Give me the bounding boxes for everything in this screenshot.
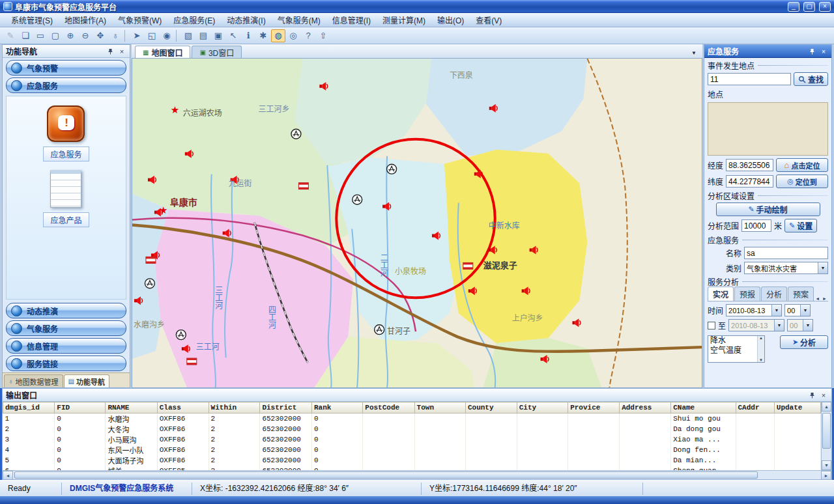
table-row[interactable]: 30小马厩沟OXFF8626523020000Xiao ma ...: [3, 434, 821, 445]
identify-info-icon[interactable]: ℹ: [241, 29, 255, 42]
column-header-RNAME[interactable]: RNAME: [106, 402, 157, 413]
column-header-Rank[interactable]: Rank: [311, 402, 362, 413]
menu-item-1[interactable]: 地图操作(A): [59, 12, 112, 27]
previous-view-icon[interactable]: ➤: [130, 29, 144, 42]
menu-item-3[interactable]: 应急服务(E): [167, 12, 221, 27]
table-row[interactable]: 20大冬沟OXFF8626523020000Da dong gou: [3, 424, 821, 434]
settings-gear-icon[interactable]: ✱: [256, 29, 270, 42]
column-header-Class[interactable]: Class: [157, 402, 208, 413]
menu-item-2[interactable]: 气象预警(W): [112, 12, 167, 27]
map-viewport[interactable]: ★★下西泉六运湖农场三工河乡九运街阜康市中新水库滋泥泉子小泉牧场上户沟乡甘河子三…: [132, 59, 702, 388]
flag-icon[interactable]: [298, 183, 308, 189]
menu-item-7[interactable]: 测量计算(M): [377, 12, 431, 27]
table-row[interactable]: 60城关OXFF8526523020000Cheng guan: [3, 466, 821, 470]
click-locate-button[interactable]: ⌂点击定位: [776, 158, 828, 172]
table-row[interactable]: 10水磨沟OXFF8626523020000Shui mo gou: [3, 413, 821, 425]
visibility-eye-icon[interactable]: ◎: [286, 29, 300, 42]
help-icon[interactable]: ?: [301, 29, 315, 42]
start-hour-select[interactable]: 00▼: [784, 304, 811, 316]
save-image-icon[interactable]: ▧: [181, 29, 195, 42]
menu-item-6[interactable]: 信息管理(I): [326, 12, 377, 27]
column-header-Address[interactable]: Address: [620, 402, 671, 413]
nav-item-服务链接[interactable]: 服务链接: [6, 356, 126, 371]
scroll-down-icon[interactable]: ▼: [758, 358, 764, 362]
horizontal-scrollbar[interactable]: ◄ ►: [3, 470, 831, 479]
minimize-button[interactable]: _: [788, 2, 799, 12]
search-button[interactable]: 查找: [794, 72, 828, 86]
end-date-select[interactable]: 2010-08-13▼: [728, 319, 784, 331]
select-rect-icon[interactable]: ▭: [33, 29, 48, 42]
station-icon[interactable]: [145, 279, 154, 288]
pin-icon[interactable]: [807, 391, 816, 400]
menu-item-4[interactable]: 动态推演(I): [221, 12, 271, 27]
scrollbar-thumb[interactable]: [822, 413, 831, 449]
station-icon[interactable]: [291, 129, 301, 139]
tab-scroll-left-icon[interactable]: ◄: [814, 296, 821, 301]
column-header-CName[interactable]: CName: [671, 402, 736, 413]
service-tab-预案[interactable]: 预案: [788, 287, 814, 301]
select-arrow-icon[interactable]: ↖: [226, 29, 240, 42]
menu-item-9[interactable]: 查看(V): [470, 12, 508, 27]
pin-icon[interactable]: [106, 47, 115, 56]
service-name-input[interactable]: [744, 247, 828, 259]
service-tab-分析[interactable]: 分析: [761, 287, 787, 301]
column-header-FID[interactable]: FID: [55, 402, 106, 413]
map-tab-地图窗口[interactable]: ▦地图窗口: [135, 46, 190, 58]
map-tab-3D窗口[interactable]: ▣3D窗口: [192, 46, 242, 58]
list-item[interactable]: 降水: [708, 336, 757, 346]
print-icon[interactable]: ▣: [211, 29, 225, 42]
close-button[interactable]: ×: [819, 2, 831, 12]
station-icon[interactable]: [375, 325, 384, 335]
pan-hand-icon[interactable]: ✥: [93, 29, 108, 42]
menu-item-5[interactable]: 气象服务(M): [272, 12, 326, 27]
location-result-box[interactable]: [708, 102, 828, 156]
column-header-County[interactable]: County: [465, 402, 517, 413]
scroll-left-icon[interactable]: ◄: [3, 471, 13, 480]
scroll-right-icon[interactable]: ►: [821, 471, 831, 480]
nav-item-应急服务[interactable]: 应急服务: [6, 77, 126, 93]
nav-item-气象预警[interactable]: 气象预警: [6, 60, 126, 76]
start-date-select[interactable]: 2010-08-13▼: [726, 304, 782, 316]
layout-view-icon[interactable]: ▤: [196, 29, 210, 42]
nav-tab-功能导航[interactable]: ▤功能导航: [64, 374, 109, 387]
table-row[interactable]: 40东风一小队OXFF8626523020000Dong fen...: [3, 445, 821, 455]
service-tab-实况[interactable]: 实况: [708, 287, 734, 301]
zoom-in-icon[interactable]: ⊕: [63, 29, 78, 42]
close-panel-icon[interactable]: ×: [819, 391, 828, 400]
service-type-select[interactable]: 气象和洪水灾害▼: [744, 262, 828, 274]
manual-draw-button[interactable]: ✎手动绘制: [716, 203, 820, 216]
column-header-dmgis_id[interactable]: dmgis_id: [3, 402, 55, 413]
pin-icon[interactable]: [807, 47, 816, 56]
column-header-Update[interactable]: Update: [774, 402, 820, 413]
column-header-CAddr[interactable]: CAddr: [736, 402, 774, 413]
event-location-input[interactable]: [708, 73, 791, 85]
magnify-page-icon[interactable]: ◉: [160, 29, 174, 42]
emergency-service-button[interactable]: 应急服务: [43, 105, 89, 161]
flag-icon[interactable]: [146, 257, 156, 263]
tab-scroll-right-icon[interactable]: ►: [821, 296, 828, 301]
table-row[interactable]: 50大面场子沟OXFF8626523020000Da mian...: [3, 455, 821, 466]
end-hour-select[interactable]: 00▼: [787, 319, 813, 331]
column-header-Within[interactable]: Within: [208, 402, 260, 413]
locate-to-button[interactable]: ◎定位到: [776, 175, 828, 188]
tab-dropdown-icon[interactable]: ▼: [689, 50, 698, 56]
element-listbox[interactable]: 降水空气温度 ▲ ▼: [708, 335, 765, 363]
nav-tab-地图数据管理[interactable]: ♁地图数据管理: [4, 374, 63, 387]
clear-selection-icon[interactable]: ▢: [48, 29, 63, 42]
globe-locate-icon[interactable]: ◍: [271, 29, 285, 42]
nav-item-动态推演[interactable]: 动态推演: [6, 303, 126, 318]
restore-button[interactable]: ▢: [803, 2, 815, 12]
list-scrollbar[interactable]: ▲ ▼: [757, 336, 764, 362]
menu-item-8[interactable]: 输出(O): [431, 12, 470, 27]
scroll-up-icon[interactable]: ▲: [758, 336, 764, 340]
flag-icon[interactable]: [463, 262, 473, 269]
scroll-down-icon[interactable]: ▼: [822, 460, 831, 470]
service-tab-预报[interactable]: 预报: [734, 287, 760, 301]
column-header-District[interactable]: District: [260, 402, 312, 413]
nav-item-气象服务[interactable]: 气象服务: [6, 320, 126, 336]
emergency-product-button[interactable]: 应急产品: [43, 170, 89, 227]
close-panel-icon[interactable]: ×: [117, 47, 126, 56]
latitude-input[interactable]: [726, 175, 773, 188]
column-header-City[interactable]: City: [517, 402, 568, 413]
column-header-Town[interactable]: Town: [414, 402, 465, 413]
